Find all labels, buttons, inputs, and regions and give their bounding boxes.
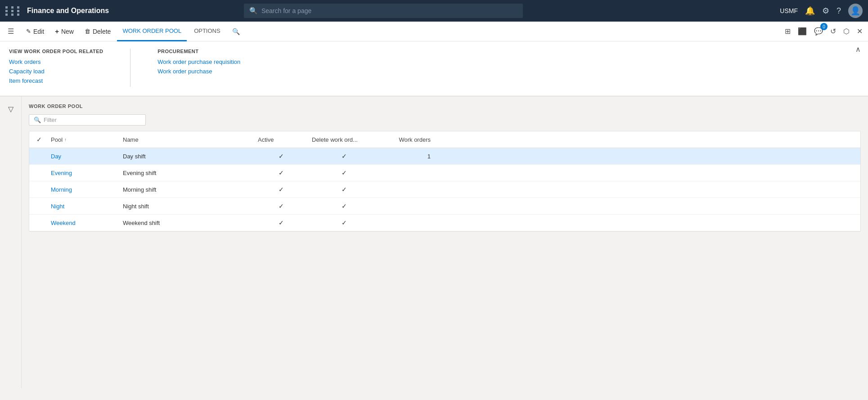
filter-icon: 🔍 xyxy=(34,117,41,123)
pool-weekend[interactable]: Weekend xyxy=(47,215,119,231)
content-area: WORK ORDER POOL 🔍 ✓ Pool ↑ xyxy=(22,96,868,388)
col-workorders: Work orders xyxy=(380,131,434,148)
customize-icon[interactable]: ⊞ xyxy=(783,25,792,37)
close-icon[interactable]: ✕ xyxy=(855,25,864,37)
delete-button[interactable]: 🗑 Delete xyxy=(80,25,115,38)
refresh-icon[interactable]: ↺ xyxy=(828,25,838,37)
deletework-weekend: ✓ xyxy=(308,215,380,231)
table-row[interactable]: Morning Morning shift ✓ ✓ xyxy=(29,181,860,198)
data-table: ✓ Pool ↑ Name Active Delete work ord... xyxy=(29,131,861,232)
name-morning: Morning shift xyxy=(119,182,254,198)
deletework-morning: ✓ xyxy=(308,181,380,198)
workorders-weekend xyxy=(380,218,434,227)
select-all-check[interactable]: ✓ xyxy=(36,136,42,143)
app-grid-icon[interactable] xyxy=(5,6,22,16)
name-evening: Evening shift xyxy=(119,165,254,181)
tab-options[interactable]: OPTIONS xyxy=(189,22,226,41)
popout-icon[interactable]: ⬡ xyxy=(841,25,851,37)
app-title: Finance and Operations xyxy=(27,7,109,15)
workorders-day: 1 xyxy=(380,148,434,164)
table-header: ✓ Pool ↑ Name Active Delete work ord... xyxy=(29,131,860,148)
table-row[interactable]: Day Day shift ✓ ✓ 1 xyxy=(29,148,860,165)
col-select: ✓ xyxy=(33,131,47,148)
col-name: Name xyxy=(119,131,254,148)
workorders-night xyxy=(380,202,434,211)
main-layout: ▽ WORK ORDER POOL 🔍 ✓ Pool ↑ xyxy=(0,96,868,388)
row-select xyxy=(33,168,47,177)
pool-morning[interactable]: Morning xyxy=(47,182,119,198)
search-cmd-icon[interactable]: 🔍 xyxy=(228,25,244,38)
row-select xyxy=(33,218,47,227)
office-icon[interactable]: ⬛ xyxy=(796,25,809,37)
deletework-night: ✓ xyxy=(308,198,380,214)
col-active: Active xyxy=(254,131,308,148)
dropdown-divider xyxy=(130,49,130,87)
row-select xyxy=(33,152,47,161)
search-input[interactable] xyxy=(261,7,517,14)
dropdown-wrapper: VIEW WORK ORDER POOL RELATED Work orders… xyxy=(0,41,868,96)
active-evening: ✓ xyxy=(254,165,308,181)
menu-hamburger-icon[interactable]: ☰ xyxy=(4,24,18,39)
page-wrapper: Finance and Operations 🔍 USMF 🔔 ⚙ ? 👤 ☰ … xyxy=(0,0,868,400)
notification-badge[interactable]: 💬 0 xyxy=(812,25,825,37)
pool-evening[interactable]: Evening xyxy=(47,165,119,181)
dropdown-section-2-title: PROCUREMENT xyxy=(157,49,240,54)
top-nav: Finance and Operations 🔍 USMF 🔔 ⚙ ? 👤 xyxy=(0,0,868,22)
filter-input-wrap[interactable]: 🔍 xyxy=(29,114,146,126)
dropdown-link-itemforecast[interactable]: Item forecast xyxy=(9,77,103,84)
pool-day[interactable]: Day xyxy=(47,148,119,164)
filter-input[interactable] xyxy=(44,117,141,123)
pool-night[interactable]: Night xyxy=(47,198,119,214)
dropdown-link-purchase[interactable]: Work order purchase xyxy=(157,68,240,75)
new-button[interactable]: + New xyxy=(50,25,78,38)
name-night: Night shift xyxy=(119,198,254,214)
sidebar-filter-icon[interactable]: ▽ xyxy=(4,102,18,116)
deletework-evening: ✓ xyxy=(308,165,380,181)
dropdown-link-capacityload[interactable]: Capacity load xyxy=(9,68,103,75)
search-bar[interactable]: 🔍 xyxy=(244,4,523,18)
bell-icon[interactable]: 🔔 xyxy=(805,6,815,16)
command-bar: ☰ ✎ Edit + New 🗑 Delete WORK ORDER POOL … xyxy=(0,22,868,41)
active-night: ✓ xyxy=(254,198,308,214)
active-day: ✓ xyxy=(254,148,308,164)
delete-icon: 🗑 xyxy=(85,28,90,35)
edit-icon: ✎ xyxy=(26,28,31,35)
name-day: Day shift xyxy=(119,148,254,164)
workorders-evening xyxy=(380,168,434,177)
dropdown-link-purchasereq[interactable]: Work order purchase requisition xyxy=(157,58,240,65)
row-select xyxy=(33,185,47,194)
deletework-day: ✓ xyxy=(308,148,380,164)
row-select xyxy=(33,202,47,211)
plus-icon: + xyxy=(55,27,59,35)
edit-button[interactable]: ✎ Edit xyxy=(22,25,49,38)
dropdown-panel: VIEW WORK ORDER POOL RELATED Work orders… xyxy=(0,41,868,96)
col-pool[interactable]: Pool ↑ xyxy=(47,131,119,148)
col-deletework: Delete work ord... xyxy=(308,131,380,148)
collapse-button[interactable]: ∧ xyxy=(855,45,861,54)
filter-bar: 🔍 xyxy=(29,114,861,126)
workorders-morning xyxy=(380,185,434,194)
avatar[interactable]: 👤 xyxy=(848,4,863,18)
tab-workorderpool[interactable]: WORK ORDER POOL xyxy=(117,22,187,41)
active-morning: ✓ xyxy=(254,181,308,198)
dropdown-section-2: PROCUREMENT Work order purchase requisit… xyxy=(157,49,240,87)
dropdown-section-1: VIEW WORK ORDER POOL RELATED Work orders… xyxy=(9,49,103,87)
cmd-right-icons: ⊞ ⬛ 💬 0 ↺ ⬡ ✕ xyxy=(783,25,864,37)
table-row[interactable]: Evening Evening shift ✓ ✓ xyxy=(29,165,860,181)
table-row[interactable]: Weekend Weekend shift ✓ ✓ xyxy=(29,215,860,231)
table-row[interactable]: Night Night shift ✓ ✓ xyxy=(29,198,860,215)
dropdown-link-workorders[interactable]: Work orders xyxy=(9,58,103,65)
settings-icon[interactable]: ⚙ xyxy=(822,6,829,16)
section-label: WORK ORDER POOL xyxy=(29,103,861,109)
sidebar: ▽ xyxy=(0,96,22,388)
sort-asc-icon: ↑ xyxy=(64,137,67,142)
help-icon[interactable]: ? xyxy=(837,6,841,16)
dropdown-section-1-title: VIEW WORK ORDER POOL RELATED xyxy=(9,49,103,54)
name-weekend: Weekend shift xyxy=(119,215,254,231)
company-label: USMF xyxy=(780,7,798,14)
search-small-icon: 🔍 xyxy=(232,28,240,35)
top-nav-right: USMF 🔔 ⚙ ? 👤 xyxy=(780,4,863,18)
search-icon: 🔍 xyxy=(249,7,258,15)
active-weekend: ✓ xyxy=(254,215,308,231)
